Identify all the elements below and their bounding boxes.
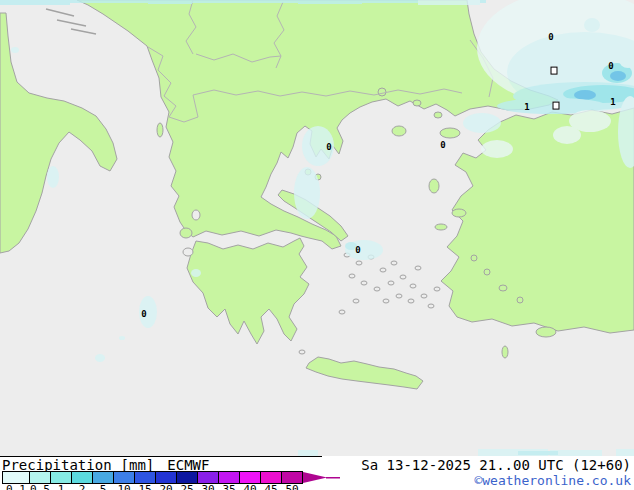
colorbar-segment: 20 <box>155 472 176 483</box>
precip-patch <box>119 336 125 340</box>
colorbar-tick-label: 45 <box>264 484 277 490</box>
colorbar-tick-label: 10 <box>117 484 130 490</box>
colorbar-segment: 5 <box>92 472 113 483</box>
colorbar-segment: 10 <box>113 472 134 483</box>
colorbar-row: 0.10.5125101520253035404550 <box>2 471 341 484</box>
precip-patch <box>574 90 596 100</box>
colorbar-tick-label: 0.5 <box>30 484 50 490</box>
precip-patch <box>95 354 105 362</box>
colorbar-segment: 0.5 <box>29 472 50 483</box>
copyright-link[interactable]: ©weatheronline.co.uk <box>474 473 631 488</box>
colorbar-tick-label: 0.1 <box>6 484 26 490</box>
precip-patch <box>0 0 70 5</box>
precip-patch <box>518 451 558 455</box>
colorbar-tick-label: 40 <box>243 484 256 490</box>
colorbar-segment: 40 <box>239 472 260 483</box>
colorbar-tick-label: 5 <box>100 484 107 490</box>
precip-patch <box>616 449 634 456</box>
colorbar-segment: 15 <box>134 472 155 483</box>
colorbar-segment: 0.1 <box>3 472 29 483</box>
colorbar-tick-label: 35 <box>222 484 235 490</box>
legend-bar: Precipitation[mm]ECMWF Sa 13-12-2025 21.… <box>0 456 634 490</box>
colorbar-segment: 50 <box>281 472 302 483</box>
precip-patch <box>302 126 334 166</box>
precip-patch <box>584 18 600 32</box>
precip-patch <box>294 167 320 219</box>
colorbar-tick-label: 20 <box>159 484 172 490</box>
precip-patch <box>298 0 362 4</box>
colorbar-segment: 45 <box>260 472 281 483</box>
precip-patch <box>553 126 581 144</box>
precip-patch <box>0 0 486 3</box>
colorbar-tick-label: 50 <box>285 484 298 490</box>
colorbar-segment: 25 <box>176 472 197 483</box>
colorbar-segment: 1 <box>50 472 71 483</box>
colorbar: 0.10.5125101520253035404550 <box>2 471 303 484</box>
precipitation-map <box>0 0 634 456</box>
precip-patch <box>345 242 357 250</box>
precip-patch <box>47 166 59 188</box>
precip-patch <box>11 47 19 53</box>
valid-time-label: Sa 13-12-2025 21..00 UTC (12+60) <box>361 457 631 473</box>
precip-patch <box>148 0 192 4</box>
colorbar-segment: 30 <box>197 472 218 483</box>
map-canvas: 00000011 <box>0 0 634 456</box>
colorbar-segment: 2 <box>71 472 92 483</box>
precip-patch <box>418 0 480 5</box>
precip-patch <box>610 71 626 81</box>
weather-map-page: 00000011 Precipitation[mm]ECMWF Sa 13-12… <box>0 0 634 490</box>
precip-patch <box>463 113 501 133</box>
precip-patch <box>191 269 201 277</box>
precip-patch <box>139 296 157 328</box>
colorbar-tick-label: 1 <box>58 484 65 490</box>
precip-patch <box>481 140 513 158</box>
colorbar-tick-label: 15 <box>138 484 151 490</box>
colorbar-tick-label: 2 <box>79 484 86 490</box>
colorbar-overflow-arrow <box>303 472 341 484</box>
colorbar-tick-label: 25 <box>180 484 193 490</box>
colorbar-segment: 35 <box>218 472 239 483</box>
colorbar-tick-label: 30 <box>201 484 214 490</box>
